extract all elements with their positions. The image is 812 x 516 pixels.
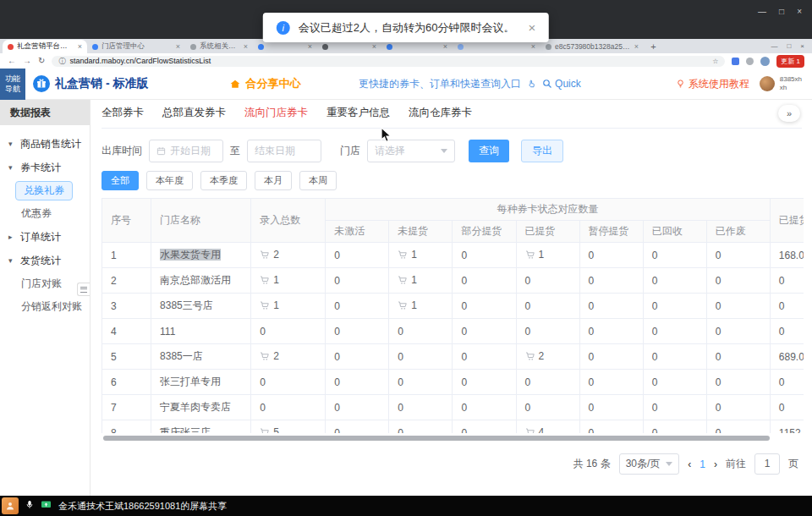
url-bar[interactable]: ⓘ standard.maboy.cn/CardFlowStatisticsLi… (52, 56, 725, 67)
browser-tab[interactable]: 门店管理中心× (87, 40, 185, 53)
sidebar-group[interactable]: ▾发货统计 (0, 249, 90, 272)
sidebar-group[interactable]: ▸订单统计 (0, 225, 90, 249)
cart-count-cell[interactable]: 1 (525, 249, 545, 261)
cart-count-cell[interactable]: 2 (525, 350, 545, 362)
search-button[interactable]: 查询 (469, 140, 509, 162)
tab-close-icon[interactable]: × (634, 42, 639, 51)
tab-close-icon[interactable]: × (78, 42, 82, 51)
sidebar-item[interactable]: 优惠券 (0, 202, 90, 225)
content-tab[interactable]: 全部券卡 (102, 106, 144, 120)
quick-filter-chip[interactable]: 本季度 (200, 171, 247, 190)
quick-link[interactable]: Quick (555, 78, 581, 90)
quick-filter-chip[interactable]: 全部 (102, 171, 139, 190)
chrome-update-button[interactable]: 更新 1 (776, 55, 804, 68)
export-button[interactable]: 导出 (521, 140, 563, 162)
sidebar-item[interactable]: 分销返利对账 (0, 295, 90, 318)
tab-title: e8c573980b1328a258fd2a6f (555, 42, 631, 51)
forward-icon[interactable]: → (23, 57, 31, 65)
tab-close-icon[interactable]: × (443, 42, 447, 51)
tutorial-link[interactable]: 系统使用教程 (676, 77, 749, 91)
new-tab-button[interactable]: + (647, 40, 660, 52)
toast-close-icon[interactable]: × (528, 20, 535, 35)
table-row[interactable]: 6张三打单专用000000000 (102, 370, 804, 395)
function-nav-block[interactable]: 功能 导航 (0, 69, 25, 100)
chevron-down-icon (441, 149, 447, 153)
microphone-icon[interactable] (25, 499, 34, 513)
browser-tab[interactable]: 系统相关学习× (185, 40, 253, 53)
browser-tab[interactable]: e8c573980b1328a258fd2a6f× (540, 40, 644, 53)
close-icon[interactable]: × (797, 7, 802, 16)
content-tab[interactable]: 重要客户信息 (326, 106, 390, 120)
sidebar-group-label: 发货统计 (20, 254, 61, 268)
cart-count-cell[interactable]: 1 (398, 299, 417, 311)
bookmark-star-icon[interactable]: ☆ (712, 58, 718, 65)
cart-count-cell[interactable]: 4 (525, 426, 545, 434)
goto-page-input[interactable]: 1 (754, 453, 780, 475)
cart-count-cell[interactable]: 1 (260, 274, 279, 286)
tab-close-icon[interactable]: × (308, 42, 312, 51)
content-tab[interactable]: 流向仓库券卡 (409, 106, 472, 120)
quick-filter-chip[interactable]: 本周 (299, 171, 337, 190)
table-row[interactable]: 8重庆张三店500040001152.0 (102, 420, 804, 434)
table-row[interactable]: 2南京总部激活用101000000 (102, 268, 804, 294)
extension-icon[interactable] (732, 58, 739, 65)
table-row[interactable]: 1水果发货专用20101000168.0 (102, 243, 804, 268)
scrollbar-thumb[interactable] (103, 436, 770, 441)
share-center-link[interactable]: 合分享中心 (229, 76, 300, 91)
tab-close-icon[interactable]: × (176, 42, 180, 51)
back-icon[interactable]: ← (8, 57, 16, 65)
start-date-input[interactable]: 开始日期 (149, 140, 223, 162)
sidebar-group[interactable]: ▾商品销售统计 (0, 132, 90, 156)
current-page[interactable]: 1 (700, 458, 705, 470)
sidebar-collapse-handle[interactable] (77, 283, 90, 296)
cart-count-cell[interactable]: 2 (260, 350, 279, 362)
content-tab[interactable]: 流向门店券卡 (244, 106, 308, 120)
extensions-puzzle-icon[interactable] (746, 58, 754, 65)
browser-close-icon[interactable]: × (800, 42, 804, 50)
reload-icon[interactable]: ↻ (38, 57, 45, 65)
cart-count-cell[interactable]: 1 (398, 249, 417, 261)
browser-tab[interactable]: 礼盒营销平台管理中心× (3, 40, 87, 53)
quick-filter-chip[interactable]: 本月 (255, 171, 292, 190)
cart-count-cell[interactable]: 1 (398, 274, 417, 286)
tab-close-icon[interactable]: × (244, 42, 248, 51)
tab-favicon-icon (546, 44, 551, 50)
search-icon[interactable] (542, 79, 552, 89)
end-date-input[interactable]: 结束日期 (247, 140, 321, 162)
cell-count: 0 (251, 395, 326, 420)
user-avatar[interactable] (760, 76, 775, 91)
browser-maximize-icon[interactable]: □ (787, 42, 791, 50)
table-row[interactable]: 7宁夏羊肉专卖店000000000 (102, 395, 804, 420)
prev-page-button[interactable]: ‹ (688, 458, 691, 470)
caret-icon: ▾ (8, 163, 16, 172)
horizontal-scrollbar[interactable] (102, 435, 804, 442)
table-row[interactable]: 38385三号店101000000 (102, 294, 804, 319)
column-header-status: 未提货 (389, 221, 453, 243)
cell-count: 0 (453, 319, 516, 344)
next-page-button[interactable]: › (714, 458, 717, 470)
quick-filter-chip[interactable]: 本年度 (146, 171, 193, 190)
tab-close-icon[interactable]: × (372, 42, 376, 51)
cell-count: 0 (643, 319, 706, 344)
caret-icon: ▸ (8, 233, 16, 241)
maximize-icon[interactable]: □ (779, 7, 784, 16)
screen-share-icon[interactable] (41, 500, 52, 513)
cart-count-cell[interactable]: 1 (260, 299, 279, 311)
content-tab[interactable]: 总部直发券卡 (162, 106, 226, 120)
table-row[interactable]: 4111000000000 (102, 319, 804, 344)
cart-count-cell[interactable]: 2 (260, 249, 279, 261)
cell-count: 5 (251, 420, 326, 434)
sidebar-item[interactable]: 兑换礼券 (0, 179, 90, 202)
cell-count: 0 (643, 370, 706, 395)
cart-count-cell[interactable]: 5 (260, 426, 279, 434)
page-size-select[interactable]: 30条/页 (619, 453, 680, 475)
sidebar-group[interactable]: ▾券卡统计 (0, 156, 90, 179)
site-info-icon[interactable]: ⓘ (58, 57, 65, 66)
expand-panel-button[interactable]: » (778, 105, 800, 122)
browser-minimize-icon[interactable]: — (771, 42, 777, 50)
tab-close-icon[interactable]: × (531, 42, 535, 51)
minimize-icon[interactable]: — (758, 7, 766, 16)
cell-count: 0 (579, 420, 643, 434)
table-row[interactable]: 58385一店20002000689.0 (102, 344, 804, 370)
browser-profile-avatar[interactable] (760, 57, 770, 66)
